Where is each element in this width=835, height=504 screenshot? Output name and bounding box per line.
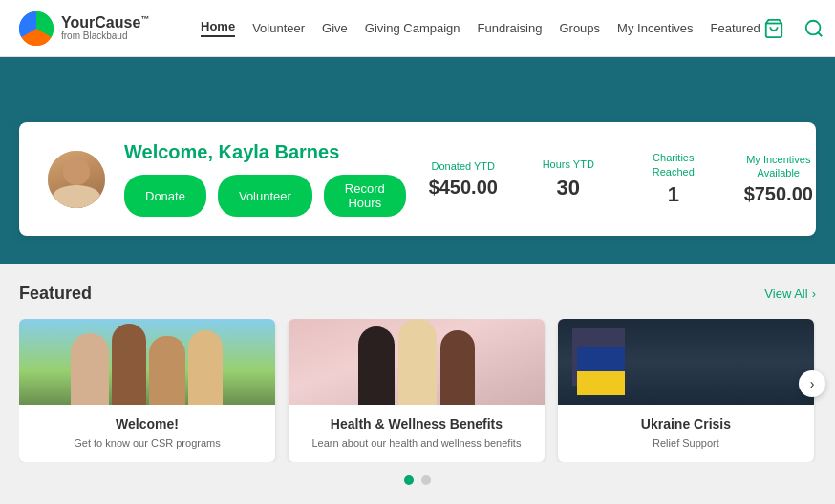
stat-incentives: My Incentives Available $750.00 <box>740 153 817 206</box>
stat-charities-label: Charities Reached <box>635 151 712 178</box>
nav-home[interactable]: Home <box>201 19 235 37</box>
record-hours-button[interactable]: Record Hours <box>324 175 406 217</box>
welcome-info: Welcome, Kayla Barnes Donate Volunteer R… <box>124 141 406 217</box>
card-3-desc: Relief Support <box>569 436 803 451</box>
featured-header: Featured View All › <box>19 284 816 304</box>
cart-icon[interactable] <box>760 15 787 42</box>
carousel-dot-2[interactable] <box>421 475 431 485</box>
card-1-title: Welcome! <box>31 416 264 431</box>
stat-incentives-label: My Incentives Available <box>740 153 817 180</box>
hero-banner <box>0 57 835 122</box>
volunteer-button[interactable]: Volunteer <box>218 175 312 217</box>
nav-giving-campaign[interactable]: Giving Campaign <box>365 21 460 35</box>
cards-container: Welcome! Get to know our CSR programs He… <box>19 319 816 462</box>
logo-text: YourCause™ from Blackbaud <box>61 14 149 43</box>
stat-hours: Hours YTD 30 <box>530 158 607 200</box>
carousel-dots <box>19 475 816 485</box>
nav-volunteer[interactable]: Volunteer <box>252 21 305 35</box>
logo-title: YourCause™ <box>61 14 149 32</box>
person-4 <box>188 330 223 405</box>
stat-donated-label: Donated YTD <box>425 159 502 173</box>
carousel-dot-1[interactable] <box>404 475 414 485</box>
logo-icon <box>19 11 54 46</box>
person-3 <box>149 336 185 405</box>
stats-area: Donated YTD $450.00 Hours YTD 30 Chariti… <box>425 151 817 207</box>
card-2-content: Health & Wellness Benefits Learn about o… <box>289 405 545 462</box>
featured-card-2[interactable]: Health & Wellness Benefits Learn about o… <box>289 319 545 462</box>
person-2b <box>398 319 437 405</box>
card-1-content: Welcome! Get to know our CSR programs <box>19 405 275 462</box>
svg-line-3 <box>818 32 822 36</box>
svg-point-2 <box>805 20 820 34</box>
flag-yellow <box>577 371 625 395</box>
card-1-image <box>19 319 275 405</box>
card-2-title: Health & Wellness Benefits <box>300 416 533 431</box>
people-group-1 <box>19 319 275 405</box>
view-all-link[interactable]: View All › <box>764 286 816 301</box>
header: YourCause™ from Blackbaud Home Volunteer… <box>0 0 835 57</box>
cards-wrapper: Welcome! Get to know our CSR programs He… <box>19 319 816 462</box>
card-2-image <box>289 319 545 405</box>
card-3-title: Ukraine Crisis <box>569 416 803 431</box>
card-2-desc: Learn about our health and wellness bene… <box>300 436 533 451</box>
search-icon[interactable] <box>801 15 827 42</box>
person-2 <box>112 324 146 405</box>
nav-fundraising[interactable]: Fundraising <box>478 21 543 35</box>
stat-charities: Charities Reached 1 <box>635 151 712 207</box>
featured-section: Featured View All › Welcome! Get <box>0 264 835 504</box>
avatar-face <box>63 158 90 185</box>
stat-hours-label: Hours YTD <box>530 158 607 171</box>
nav-give[interactable]: Give <box>322 21 348 35</box>
stat-incentives-value: $750.00 <box>740 183 817 205</box>
card-3-content: Ukraine Crisis Relief Support <box>558 405 814 462</box>
donate-button[interactable]: Donate <box>124 175 206 217</box>
user-name: Kayla Barnes <box>219 141 340 162</box>
stat-hours-value: 30 <box>530 176 607 200</box>
person-2c <box>440 330 475 405</box>
welcome-buttons: Donate Volunteer Record Hours <box>124 175 406 217</box>
featured-title: Featured <box>19 284 92 304</box>
logo[interactable]: YourCause™ from Blackbaud <box>19 11 172 46</box>
welcome-greeting: Welcome, Kayla Barnes <box>124 141 406 163</box>
carousel-next-button[interactable]: › <box>799 370 825 397</box>
header-actions <box>760 13 835 44</box>
stat-donated-value: $450.00 <box>425 177 502 199</box>
logo-subtitle: from Blackbaud <box>61 31 149 42</box>
card-1-desc: Get to know our CSR programs <box>31 436 264 451</box>
nav-groups[interactable]: Groups <box>559 21 600 35</box>
people-group-2 <box>289 319 545 405</box>
person-2a <box>358 326 395 405</box>
avatar <box>48 151 105 208</box>
welcome-section: Welcome, Kayla Barnes Donate Volunteer R… <box>0 122 835 264</box>
main-nav: Home Volunteer Give Giving Campaign Fund… <box>201 19 760 37</box>
featured-card-1[interactable]: Welcome! Get to know our CSR programs <box>19 319 275 462</box>
person-1 <box>71 333 109 405</box>
nav-my-incentives[interactable]: My Incentives <box>617 21 693 35</box>
welcome-card: Welcome, Kayla Barnes Donate Volunteer R… <box>19 122 816 236</box>
stat-charities-value: 1 <box>635 182 712 207</box>
featured-card-3[interactable]: Ukraine Crisis Relief Support <box>558 319 814 462</box>
stat-donated: Donated YTD $450.00 <box>425 159 502 199</box>
flag-blue <box>577 347 625 371</box>
nav-featured[interactable]: Featured <box>711 21 760 35</box>
avatar-body <box>53 185 100 208</box>
card-3-image <box>558 319 814 405</box>
